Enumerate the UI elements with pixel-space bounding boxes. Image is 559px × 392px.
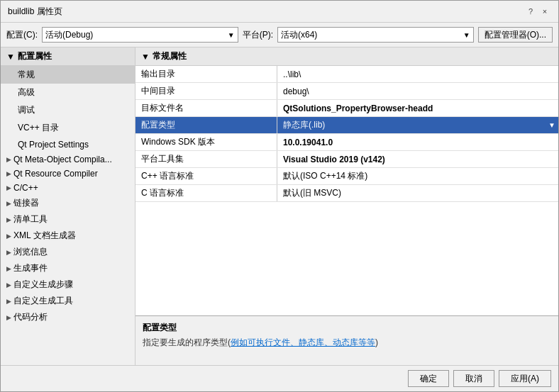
prop-value-inter-dir: debug\: [277, 83, 558, 99]
table-row[interactable]: C 语言标准 默认(旧 MSVC): [135, 185, 558, 202]
sidebar-item-qt-meta[interactable]: ▶ Qt Meta-Object Compila...: [1, 152, 135, 167]
title-bar-buttons: ? ×: [524, 5, 551, 18]
prop-value-sdk-version: 10.0.19041.0: [277, 134, 558, 150]
sidebar-item-qt-project-settings[interactable]: Qt Project Settings: [1, 137, 135, 152]
table-row[interactable]: 配置类型 静态库(.lib) ▼: [135, 117, 558, 134]
properties-collapse-icon: ▼: [141, 52, 150, 62]
description-title: 配置类型: [143, 322, 551, 334]
expand-icon: ▶: [6, 314, 11, 321]
button-bar: 确定 取消 应用(A): [1, 365, 558, 391]
table-row[interactable]: 目标文件名 QtSolutions_PropertyBrowser-headd: [135, 100, 558, 117]
expand-icon: ▶: [6, 200, 11, 207]
prop-value-cpp-standard: 默认(ISO C++14 标准): [277, 168, 558, 184]
description-area: 配置类型 指定要生成的程序类型(例如可执行文件、静态库、动态库等等): [135, 315, 558, 365]
title-bar: buildlib 属性页 ? ×: [1, 1, 558, 23]
apply-button[interactable]: 应用(A): [499, 370, 551, 387]
prop-name-output-dir: 输出目录: [135, 66, 277, 82]
expand-icon: ▶: [6, 170, 11, 177]
sidebar-item-code-analysis[interactable]: ▶ 代码分析: [1, 309, 135, 325]
prop-value-c-standard: 默认(旧 MSVC): [277, 185, 558, 201]
config-dropdown-arrow: ▼: [228, 31, 235, 39]
sidebar-section-header[interactable]: ▼ 配置属性: [1, 47, 135, 66]
properties-area: ▼ 常规属性 输出目录 ..\lib\ 中间目录 debug\ 目标文件名: [135, 47, 558, 315]
main-content: ▼ 配置属性 常规 高级 调试 VC++ 目录 Qt Project Setti…: [1, 47, 558, 365]
sidebar-item-manifest[interactable]: ▶ 清单工具: [1, 211, 135, 228]
cancel-button[interactable]: 取消: [453, 370, 494, 387]
config-select[interactable]: 活动(Debug) ▼: [42, 27, 238, 43]
prop-name-c-standard: C 语言标准: [135, 185, 277, 201]
sidebar-collapse-icon: ▼: [6, 52, 15, 62]
sidebar-item-custom-build-steps[interactable]: ▶ 自定义生成步骤: [1, 276, 135, 293]
platform-label: 平台(P):: [243, 29, 273, 41]
platform-select[interactable]: 活动(x64) ▼: [277, 27, 474, 43]
sidebar-item-build-events[interactable]: ▶ 生成事件: [1, 260, 135, 276]
sidebar-item-xml[interactable]: ▶ XML 文档生成器: [1, 228, 135, 244]
dialog-title: buildlib 属性页: [8, 6, 62, 18]
table-row[interactable]: 输出目录 ..\lib\: [135, 66, 558, 83]
sidebar-section-label: 配置属性: [18, 50, 52, 62]
table-row[interactable]: 平台工具集 Visual Studio 2019 (v142): [135, 151, 558, 168]
description-text: 指定要生成的程序类型(例如可执行文件、静态库、动态库等等): [143, 337, 551, 349]
prop-name-inter-dir: 中间目录: [135, 83, 277, 99]
expand-icon: ▶: [6, 249, 11, 256]
prop-name-platform-toolset: 平台工具集: [135, 151, 277, 167]
platform-dropdown-arrow: ▼: [463, 31, 470, 39]
sidebar-item-general[interactable]: 常规: [1, 66, 135, 84]
close-button[interactable]: ×: [538, 5, 551, 18]
expand-icon: ▶: [6, 265, 11, 272]
sidebar-item-vc-dirs[interactable]: VC++ 目录: [1, 119, 135, 137]
expand-icon: ▶: [6, 184, 11, 191]
dropdown-arrow[interactable]: ▼: [548, 121, 555, 129]
prop-name-config-type: 配置类型: [135, 117, 277, 133]
ok-button[interactable]: 确定: [408, 370, 449, 387]
table-row[interactable]: 中间目录 debug\: [135, 83, 558, 100]
expand-icon: ▶: [6, 156, 11, 163]
platform-value: 活动(x64): [281, 29, 317, 41]
sidebar-item-debug[interactable]: 调试: [1, 101, 135, 119]
prop-value-target-name: QtSolutions_PropertyBrowser-headd: [277, 100, 558, 116]
prop-name-cpp-standard: C++ 语言标准: [135, 168, 277, 184]
sidebar-item-qt-resource[interactable]: ▶ Qt Resource Compiler: [1, 167, 135, 181]
dialog: buildlib 属性页 ? × 配置(C): 活动(Debug) ▼ 平台(P…: [0, 0, 559, 392]
table-row[interactable]: Windows SDK 版本 10.0.19041.0: [135, 134, 558, 151]
sidebar-item-browse[interactable]: ▶ 浏览信息: [1, 244, 135, 260]
sidebar-item-cpp[interactable]: ▶ C/C++: [1, 181, 135, 195]
table-row[interactable]: C++ 语言标准 默认(ISO C++14 标准): [135, 168, 558, 185]
prop-value-config-type: 静态库(.lib) ▼: [277, 117, 558, 133]
help-button[interactable]: ?: [524, 5, 537, 18]
right-panel: ▼ 常规属性 输出目录 ..\lib\ 中间目录 debug\ 目标文件名: [135, 47, 558, 365]
prop-value-output-dir: ..\lib\: [277, 66, 558, 82]
expand-icon: ▶: [6, 233, 11, 240]
prop-name-sdk-version: Windows SDK 版本: [135, 134, 277, 150]
prop-name-target-name: 目标文件名: [135, 100, 277, 116]
config-value: 活动(Debug): [45, 29, 93, 41]
expand-icon: ▶: [6, 281, 11, 289]
sidebar-item-advanced[interactable]: 高级: [1, 84, 135, 101]
sidebar-item-linker[interactable]: ▶ 链接器: [1, 195, 135, 211]
sidebar: ▼ 配置属性 常规 高级 调试 VC++ 目录 Qt Project Setti…: [1, 47, 135, 365]
properties-section-header: ▼ 常规属性: [135, 47, 558, 66]
expand-icon: ▶: [6, 298, 11, 305]
description-link[interactable]: 例如可执行文件、静态库、动态库等等: [231, 337, 375, 347]
properties-section-label: 常规属性: [153, 50, 187, 62]
prop-value-platform-toolset: Visual Studio 2019 (v142): [277, 151, 558, 167]
config-bar: 配置(C): 活动(Debug) ▼ 平台(P): 活动(x64) ▼ 配置管理…: [1, 23, 558, 47]
expand-icon: ▶: [6, 216, 11, 223]
config-manager-button[interactable]: 配置管理器(O)...: [478, 27, 553, 43]
config-label: 配置(C):: [6, 29, 38, 41]
sidebar-item-custom-build-tools[interactable]: ▶ 自定义生成工具: [1, 293, 135, 309]
